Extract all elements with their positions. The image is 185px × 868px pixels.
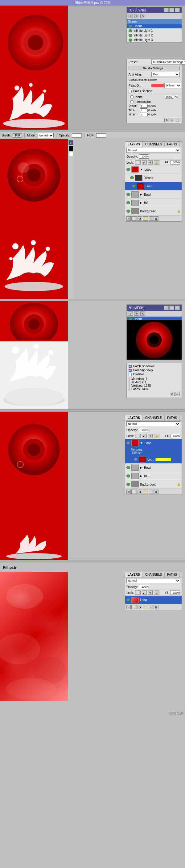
- tab-channels4[interactable]: CHANNELS: [143, 415, 165, 421]
- layer-item-loop5[interactable]: Loop: [125, 596, 182, 604]
- flow-input[interactable]: 50%: [96, 133, 106, 138]
- tab-channels5[interactable]: CHANNELS: [143, 572, 165, 577]
- mesh-close-btn[interactable]: ×: [175, 306, 180, 310]
- lock-all-btn[interactable]: 🔒: [154, 160, 159, 164]
- tab-paths4[interactable]: PATHS: [165, 415, 180, 421]
- opacity-value2[interactable]: [139, 154, 149, 159]
- eye-loop5[interactable]: [126, 598, 130, 601]
- layer-item-loop-group2[interactable]: ▼ Loop: [125, 165, 182, 174]
- lock-transparent-btn5[interactable]: ⬜: [135, 590, 141, 595]
- panel-min-btn[interactable]: −: [164, 8, 169, 12]
- props-tool-2[interactable]: ✏: [170, 118, 174, 122]
- lock-position-btn4[interactable]: ✛: [148, 434, 153, 438]
- blend-mode-dropdown5[interactable]: Normal: [126, 578, 180, 583]
- expand-bowl4[interactable]: ▶: [140, 466, 142, 469]
- foreground-color[interactable]: [69, 146, 73, 151]
- layer-item-bg4[interactable]: ▶ BG: [125, 472, 182, 480]
- mesh-tool-3[interactable]: ⤡: [140, 311, 145, 316]
- eye-diffuse2[interactable]: [130, 176, 134, 179]
- scale-tool-btn[interactable]: ⤡: [140, 14, 145, 18]
- lock-image-btn4[interactable]: 🖌: [142, 434, 147, 438]
- lock-image-btn[interactable]: 🖌: [142, 160, 147, 164]
- fx-btn2[interactable]: fx: [126, 216, 131, 221]
- lock-image-btn5[interactable]: 🖌: [142, 590, 147, 595]
- adj-btn5[interactable]: ◑: [138, 605, 142, 609]
- adj-btn4[interactable]: ◑: [138, 490, 142, 494]
- layer-item-loop4[interactable]: Loop Double Click: [125, 455, 182, 464]
- expand-bg2[interactable]: ▶: [140, 201, 142, 204]
- eye-icon-donut[interactable]: [128, 25, 132, 28]
- layer-item-bg2[interactable]: ▶ BG: [125, 199, 182, 207]
- catch-shadows-checkbox[interactable]: [128, 365, 132, 368]
- tab-layers4[interactable]: LAYERS: [125, 415, 143, 421]
- lock-transparent-btn[interactable]: ⬜: [135, 160, 141, 164]
- layer-item-background2[interactable]: Background 🔒: [125, 207, 182, 215]
- layer-item-bowl4[interactable]: ▶ Bowl: [125, 464, 182, 472]
- blend-mode-dropdown2[interactable]: Normal: [126, 148, 180, 153]
- lock-position-btn[interactable]: ✛: [148, 160, 153, 164]
- fill-value2[interactable]: [171, 160, 180, 164]
- expand-bowl2[interactable]: ▶: [140, 193, 142, 196]
- props-tool-3[interactable]: 📋: [175, 118, 180, 122]
- opacity-value5[interactable]: [139, 585, 149, 589]
- props-tool-1[interactable]: ⚙: [164, 118, 169, 122]
- eye-bg2[interactable]: [126, 201, 130, 204]
- eye-bg4[interactable]: [126, 474, 130, 477]
- fill-value4[interactable]: [171, 434, 180, 438]
- blend-mode-dropdown4[interactable]: Normal: [126, 421, 180, 426]
- eye-bowl4[interactable]: [126, 466, 130, 469]
- lock-all-btn4[interactable]: 🔒: [154, 434, 159, 438]
- eye-loop2[interactable]: [132, 185, 136, 188]
- group-btn2[interactable]: 📁: [143, 216, 148, 221]
- scene-item-light1[interactable]: Infinite Light 1: [127, 28, 182, 33]
- preset-dropdown[interactable]: Custom Render Settings: [151, 60, 185, 64]
- new-btn4[interactable]: +: [149, 490, 153, 494]
- plane-value[interactable]: [165, 95, 174, 99]
- eye-loop-group2[interactable]: [126, 168, 130, 171]
- offset-input[interactable]: [140, 104, 148, 108]
- lock-transparent-btn4[interactable]: ⬜: [135, 434, 141, 438]
- fill-value5[interactable]: [171, 590, 180, 595]
- cross-section-checkbox[interactable]: [128, 90, 132, 93]
- eye-background2[interactable]: [126, 210, 130, 213]
- eye-icon-light3[interactable]: [128, 39, 132, 42]
- new-btn2[interactable]: +: [149, 216, 153, 221]
- plane-checkbox[interactable]: [131, 95, 134, 98]
- cast-shadows-checkbox[interactable]: [128, 369, 132, 372]
- eye-icon-light1[interactable]: [128, 29, 132, 32]
- layer-item-diffuse2[interactable]: Diffuse: [125, 174, 182, 182]
- del-btn4[interactable]: 🗑: [153, 490, 158, 494]
- tilta-input[interactable]: [140, 108, 148, 112]
- layer-item-bowl2[interactable]: ▶ Bowl: [125, 190, 182, 199]
- mode-dropdown[interactable]: Normal: [38, 133, 54, 138]
- mesh-tool-2[interactable]: ✛: [134, 311, 139, 316]
- lock-position-btn5[interactable]: ✛: [148, 590, 153, 595]
- layer-item-background4[interactable]: Background 🔒: [125, 480, 182, 489]
- tab-paths5[interactable]: PATHS: [165, 572, 180, 577]
- layer-item-loop2[interactable]: Loop: [125, 182, 182, 190]
- panel-close-btn[interactable]: ×: [175, 8, 180, 12]
- opacity-value4[interactable]: [139, 428, 149, 432]
- opacity-input[interactable]: 50%: [72, 133, 82, 138]
- eye-background4[interactable]: [126, 483, 130, 486]
- group-btn5[interactable]: 📁: [143, 605, 148, 609]
- invisible-checkbox[interactable]: [128, 373, 132, 376]
- eye-bowl2[interactable]: [126, 193, 130, 196]
- panel-max-btn[interactable]: □: [169, 8, 174, 12]
- tab-layers2[interactable]: LAYERS: [125, 142, 143, 147]
- tab-paths2[interactable]: PATHS: [165, 142, 180, 147]
- eye-loop4[interactable]: [134, 458, 138, 461]
- mask-btn4[interactable]: ⬜: [131, 490, 137, 494]
- lock-all-btn5[interactable]: 🔒: [154, 590, 159, 595]
- mesh-info-btn1[interactable]: ⚙: [170, 392, 175, 396]
- new-btn5[interactable]: +: [149, 605, 153, 609]
- tab-channels2[interactable]: CHANNELS: [143, 142, 165, 147]
- eye-loop-group4[interactable]: [126, 441, 130, 444]
- mesh-min-btn[interactable]: −: [164, 306, 169, 310]
- fx-btn5[interactable]: fx: [126, 605, 131, 609]
- mesh-tool-1[interactable]: ↻: [128, 311, 133, 316]
- expand-loop4[interactable]: ▼: [140, 441, 143, 444]
- scene-item-light3[interactable]: Infinite Light 3: [127, 38, 182, 42]
- layer-item-loop-group4[interactable]: ▼ Loop: [125, 439, 182, 447]
- group-btn4[interactable]: 📁: [143, 490, 148, 494]
